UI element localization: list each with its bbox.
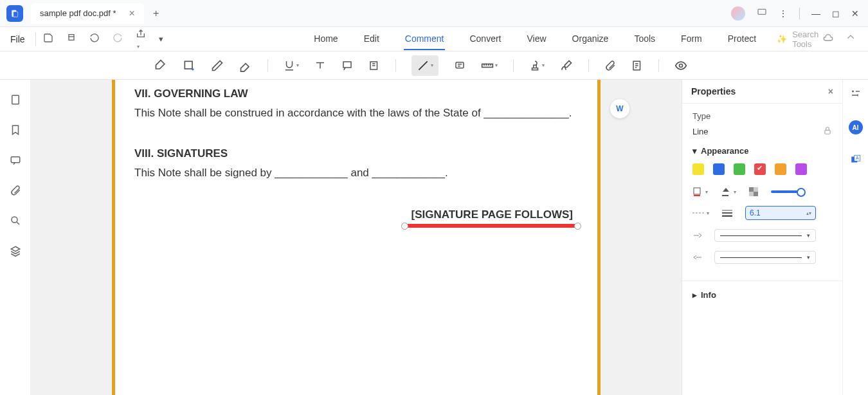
menu-form[interactable]: Form (680, 28, 703, 50)
fill-color-icon[interactable]: ▾ (721, 187, 736, 197)
svg-rect-12 (12, 95, 19, 104)
menu-tools[interactable]: Tools (633, 28, 656, 50)
svg-point-11 (680, 64, 683, 67)
hide-comments-icon[interactable] (674, 59, 687, 72)
swatch-red[interactable] (754, 163, 766, 175)
translate-icon[interactable]: A (850, 154, 862, 167)
menubar-right (823, 33, 868, 45)
svg-rect-4 (185, 61, 192, 69)
menu-dots-icon[interactable]: ⋮ (779, 8, 788, 19)
swatch-yellow[interactable] (692, 163, 704, 175)
line-end-select[interactable]: ▾ (714, 251, 816, 264)
menu-convert[interactable]: Convert (468, 28, 502, 50)
user-avatar[interactable] (731, 6, 745, 21)
dash-style-icon[interactable]: ▾ (692, 210, 709, 216)
separator (513, 59, 514, 72)
maximize-button[interactable]: ◻ (832, 8, 840, 19)
comment-list-icon[interactable] (631, 60, 643, 71)
svg-rect-21 (754, 192, 758, 196)
collapse-ribbon-icon[interactable] (846, 33, 855, 45)
search-tools[interactable]: ✨ Search Tools (777, 30, 823, 49)
chat-icon[interactable] (757, 7, 767, 19)
sticky-note-icon[interactable] (454, 60, 466, 71)
save-icon[interactable] (43, 33, 53, 45)
svg-rect-2 (758, 9, 766, 14)
lock-icon[interactable] (823, 126, 832, 137)
measure-icon[interactable]: ▾ (481, 59, 498, 72)
note-icon[interactable] (368, 60, 380, 71)
comment-toolbar: ▾ ▾ ▾ ▾ (0, 51, 868, 80)
titlebar: sample pdf doc.pdf * × + ⋮ — ◻ ✕ (0, 0, 868, 27)
close-window-button[interactable]: ✕ (851, 8, 859, 19)
underline-icon[interactable]: ▾ (284, 60, 299, 71)
attachment-icon[interactable] (604, 60, 616, 71)
redo-icon[interactable] (113, 33, 123, 45)
swatch-blue[interactable] (713, 163, 725, 175)
swatch-orange[interactable] (775, 163, 786, 175)
section-7-heading: VII. GOVERNING LAW (134, 87, 578, 100)
bookmarks-icon[interactable] (10, 124, 21, 138)
stroke-color-icon[interactable]: ▾ (692, 187, 708, 197)
undo-icon[interactable] (89, 33, 100, 45)
word-export-badge[interactable]: W (610, 99, 629, 118)
document-tab[interactable]: sample pdf doc.pdf * × (31, 3, 144, 24)
svg-point-5 (192, 68, 194, 70)
eraser-icon[interactable] (239, 59, 252, 72)
attachments-panel-icon[interactable] (10, 185, 21, 198)
thumbnails-icon[interactable] (10, 94, 21, 107)
customize-qat-icon[interactable]: ▾ (159, 34, 163, 44)
separator (658, 59, 659, 72)
line-annotation[interactable] (404, 224, 578, 228)
callout-icon[interactable] (341, 60, 353, 71)
opacity-slider[interactable] (771, 190, 803, 193)
separator (588, 59, 589, 72)
svg-rect-13 (11, 157, 20, 163)
area-highlight-icon[interactable] (183, 59, 195, 72)
appearance-section[interactable]: ▾Appearance (692, 146, 832, 156)
menu-home[interactable]: Home (312, 28, 339, 50)
left-nav-rail (0, 80, 31, 395)
ai-assistant-icon[interactable]: AI (849, 120, 863, 134)
color-tools-row: ▾ ▾ (692, 187, 832, 197)
settings-icon[interactable] (850, 87, 862, 101)
line-start-select[interactable]: ▾ (714, 229, 816, 242)
section-8-heading: VIII. SIGNATURES (134, 147, 578, 160)
textbox-icon[interactable] (314, 60, 326, 71)
file-menu[interactable]: File (0, 34, 35, 44)
separator (267, 59, 268, 72)
search-panel-icon[interactable] (10, 215, 21, 228)
document-viewport[interactable]: W VII. GOVERNING LAW This Note shall be … (31, 80, 682, 395)
line-style-row: ▾ 6.1▴▾ (692, 206, 832, 220)
minimize-button[interactable]: — (811, 8, 820, 19)
cloud-icon[interactable] (823, 33, 833, 45)
swatch-green[interactable] (734, 163, 745, 175)
properties-close-icon[interactable]: × (828, 86, 833, 96)
swatch-purple[interactable] (795, 163, 807, 175)
line-end-row: ▾ (692, 251, 832, 264)
layers-icon[interactable] (10, 245, 21, 259)
properties-title: Properties (691, 86, 736, 96)
opacity-icon[interactable] (749, 187, 758, 196)
info-section[interactable]: ▸Info (682, 281, 842, 309)
menu-comment[interactable]: Comment (404, 28, 446, 50)
thickness-input[interactable]: 6.1▴▾ (745, 206, 816, 220)
svg-rect-18 (722, 195, 728, 196)
stamp-icon[interactable]: ▾ (529, 60, 545, 71)
menubar: File ▾ ▾ Home Edit Comment Convert View … (0, 27, 868, 51)
line-tool-icon[interactable]: ▾ (411, 55, 439, 76)
app-logo[interactable] (6, 5, 23, 22)
new-tab-button[interactable]: + (150, 5, 161, 22)
line-weight-icon[interactable] (722, 209, 732, 217)
share-icon[interactable]: ▾ (136, 28, 146, 50)
type-label: Type (692, 111, 832, 121)
pencil-icon[interactable] (211, 59, 224, 72)
tab-close-icon[interactable]: × (129, 8, 135, 19)
menu-view[interactable]: View (526, 28, 548, 50)
menu-organize[interactable]: Organize (571, 28, 610, 50)
menu-protect[interactable]: Protect (727, 28, 757, 50)
highlight-icon[interactable] (154, 59, 167, 72)
menu-edit[interactable]: Edit (363, 28, 381, 50)
signature-icon[interactable] (560, 59, 573, 72)
comments-panel-icon[interactable] (10, 154, 21, 168)
print-icon[interactable] (66, 33, 77, 45)
